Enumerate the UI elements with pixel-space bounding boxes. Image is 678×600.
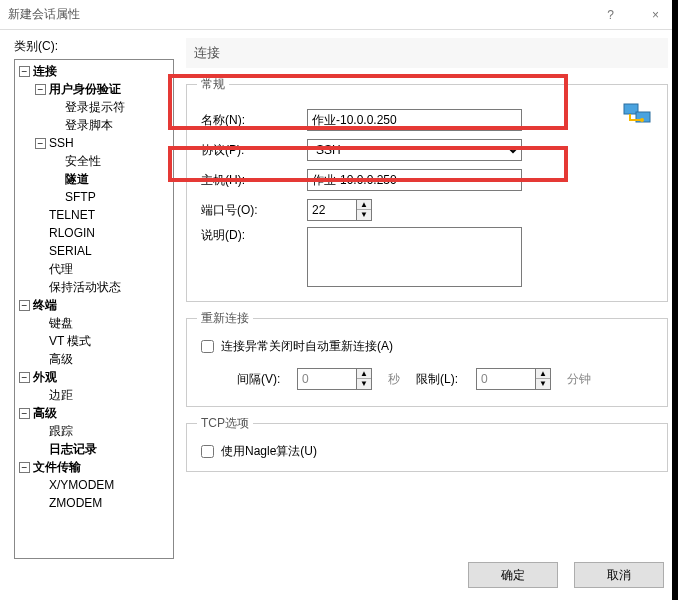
limit-input — [476, 368, 536, 390]
host-label: 主机(H): — [197, 172, 307, 189]
tree-logging[interactable]: 日志记录 — [49, 442, 97, 456]
auto-reconnect-checkbox[interactable]: 连接异常关闭时自动重新连接(A) — [197, 337, 393, 356]
tree-terminal[interactable]: 终端 — [33, 298, 57, 312]
help-button[interactable]: ? — [588, 0, 633, 30]
tree-keepalive[interactable]: 保持活动状态 — [49, 280, 121, 294]
nagle-checkbox[interactable]: 使用Nagle算法(U) — [197, 442, 317, 461]
group-tcp: TCP选项 使用Nagle算法(U) — [186, 415, 668, 472]
protocol-label: 协议(P): — [197, 142, 307, 159]
tree-serial[interactable]: SERIAL — [49, 244, 92, 258]
tree-advanced-term[interactable]: 高级 — [49, 352, 73, 366]
name-label: 名称(N): — [197, 112, 307, 129]
desc-label: 说明(D): — [197, 227, 307, 244]
collapse-icon[interactable]: − — [35, 138, 46, 149]
tree-zmodem[interactable]: ZMODEM — [49, 496, 102, 510]
name-input[interactable] — [307, 109, 522, 131]
tree-login-prompt[interactable]: 登录提示符 — [65, 100, 125, 114]
collapse-icon[interactable]: − — [19, 408, 30, 419]
tree-xymodem[interactable]: X/YMODEM — [49, 478, 114, 492]
interval-input — [297, 368, 357, 390]
tree-proxy[interactable]: 代理 — [49, 262, 73, 276]
group-reconnect-legend: 重新连接 — [197, 310, 253, 327]
tree-vt-mode[interactable]: VT 模式 — [49, 334, 91, 348]
port-label: 端口号(O): — [197, 202, 307, 219]
desc-textarea[interactable] — [307, 227, 522, 287]
tree-keyboard[interactable]: 键盘 — [49, 316, 73, 330]
collapse-icon[interactable]: − — [19, 66, 30, 77]
protocol-select[interactable]: SSH — [307, 139, 522, 161]
tree-sftp[interactable]: SFTP — [65, 190, 96, 204]
tree-advanced[interactable]: 高级 — [33, 406, 57, 420]
category-label: 类别(C): — [14, 38, 174, 55]
tree-ssh[interactable]: SSH — [49, 136, 74, 150]
window-title: 新建会话属性 — [8, 6, 80, 23]
category-tree[interactable]: −连接 −用户身份验证 登录提示符 登录脚本 −SSH 安全性 隧道 — [14, 59, 174, 559]
collapse-icon[interactable]: − — [35, 84, 46, 95]
tree-tunnel[interactable]: 隧道 — [65, 172, 89, 186]
interval-spinner: ▲▼ — [357, 368, 372, 390]
panel-heading: 连接 — [186, 38, 668, 68]
tree-file-transfer[interactable]: 文件传输 — [33, 460, 81, 474]
svg-point-2 — [640, 118, 644, 122]
group-general: 常规 名称(N): 协议(P): SSH 主机(H): 端口号(O): ▲▼ — [186, 76, 668, 302]
host-input[interactable] — [307, 169, 522, 191]
cancel-button[interactable]: 取消 — [574, 562, 664, 588]
minutes-label: 分钟 — [567, 371, 591, 388]
seconds-label: 秒 — [388, 371, 400, 388]
tree-security[interactable]: 安全性 — [65, 154, 101, 168]
tree-appearance[interactable]: 外观 — [33, 370, 57, 384]
group-tcp-legend: TCP选项 — [197, 415, 253, 432]
nagle-input[interactable] — [201, 445, 214, 458]
auto-reconnect-label: 连接异常关闭时自动重新连接(A) — [221, 338, 393, 355]
tree-telnet[interactable]: TELNET — [49, 208, 95, 222]
ok-button[interactable]: 确定 — [468, 562, 558, 588]
connection-icon — [622, 98, 654, 130]
group-reconnect: 重新连接 连接异常关闭时自动重新连接(A) 间隔(V): ▲▼ 秒 限制(L):… — [186, 310, 668, 407]
tree-connection[interactable]: 连接 — [33, 64, 57, 78]
collapse-icon[interactable]: − — [19, 372, 30, 383]
tree-login-script[interactable]: 登录脚本 — [65, 118, 113, 132]
auto-reconnect-input[interactable] — [201, 340, 214, 353]
collapse-icon[interactable]: − — [19, 462, 30, 473]
window-edge — [672, 0, 678, 600]
tree-rlogin[interactable]: RLOGIN — [49, 226, 95, 240]
interval-label: 间隔(V): — [237, 371, 297, 388]
port-spinner[interactable]: ▲▼ — [357, 199, 372, 221]
group-general-legend: 常规 — [197, 76, 229, 93]
tree-margin[interactable]: 边距 — [49, 388, 73, 402]
tree-trace[interactable]: 跟踪 — [49, 424, 73, 438]
limit-spinner: ▲▼ — [536, 368, 551, 390]
collapse-icon[interactable]: − — [19, 300, 30, 311]
tree-user-auth[interactable]: 用户身份验证 — [49, 82, 121, 96]
nagle-label: 使用Nagle算法(U) — [221, 443, 317, 460]
limit-label: 限制(L): — [416, 371, 476, 388]
port-input[interactable] — [307, 199, 357, 221]
